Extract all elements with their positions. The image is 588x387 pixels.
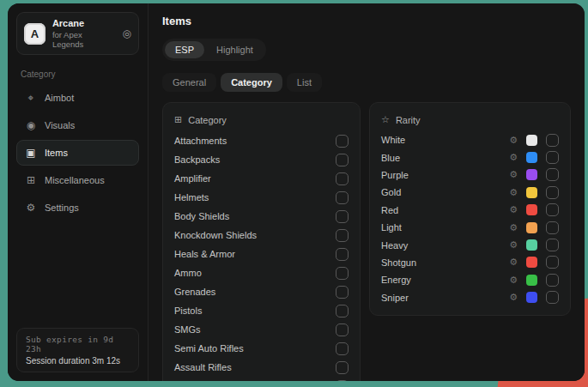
checkbox[interactable]: [336, 286, 349, 299]
checkbox[interactable]: [336, 191, 349, 204]
gear-icon[interactable]: ⚙: [509, 222, 518, 233]
box-icon: ▣: [25, 147, 37, 159]
checkbox[interactable]: [546, 203, 559, 216]
color-swatch[interactable]: [526, 275, 537, 286]
checkbox[interactable]: [546, 134, 559, 147]
color-swatch[interactable]: [526, 222, 537, 233]
tab-category[interactable]: Category: [221, 73, 282, 92]
category-row-label: Body Shields: [174, 211, 229, 221]
color-swatch[interactable]: [526, 169, 537, 180]
gear-icon[interactable]: ⚙: [509, 257, 518, 268]
checkbox[interactable]: [336, 380, 349, 382]
checkbox[interactable]: [546, 256, 559, 269]
checkbox[interactable]: [546, 221, 559, 234]
color-swatch[interactable]: [526, 152, 537, 163]
checkbox[interactable]: [546, 291, 559, 304]
rarity-row: White ⚙: [381, 131, 559, 148]
gear-icon[interactable]: ⚙: [509, 204, 518, 215]
rarity-row: Shotgun ⚙: [381, 254, 559, 271]
gear-icon[interactable]: ⚙: [509, 152, 518, 163]
checkbox[interactable]: [336, 210, 349, 223]
color-swatch[interactable]: [526, 257, 537, 268]
brand-card: A Arcane for Apex Legends ◎: [16, 12, 139, 55]
checkbox[interactable]: [546, 239, 559, 251]
checkbox[interactable]: [336, 135, 349, 148]
checkbox[interactable]: [336, 229, 349, 242]
rarity-row-label: Energy: [381, 275, 509, 285]
rarity-row-label: White: [381, 135, 509, 145]
rarity-list: White ⚙ Blue ⚙ Purple ⚙ Gold ⚙ Red ⚙ Lig…: [381, 131, 559, 306]
color-swatch[interactable]: [526, 187, 537, 198]
category-row-label: Assault Rifles: [174, 362, 232, 372]
sidebar-item-label: Aimbot: [45, 93, 74, 103]
checkbox[interactable]: [546, 274, 559, 287]
rarity-row: Blue ⚙: [381, 148, 559, 166]
tab-list[interactable]: List: [287, 73, 322, 92]
color-swatch[interactable]: [526, 135, 537, 146]
sidebar-item-miscellaneous[interactable]: ⊞ Miscellaneous: [16, 167, 139, 193]
tab-bar: General Category List: [162, 73, 571, 92]
session-duration-text: Session duration 3m 12s: [26, 356, 130, 366]
color-swatch[interactable]: [526, 292, 537, 303]
category-row-label: Attachments: [174, 136, 227, 146]
brand-subtitle: for Apex Legends: [52, 30, 116, 49]
sidebar-item-label: Visuals: [45, 120, 75, 130]
subscription-info-card: Sub expires in 9d 23h Session duration 3…: [16, 328, 139, 372]
color-swatch[interactable]: [526, 204, 537, 215]
category-panel: ⊞ Category Attachments Backpacks Amplifi…: [162, 102, 361, 381]
checkbox[interactable]: [546, 151, 559, 164]
target-icon[interactable]: ◎: [123, 27, 131, 39]
checkbox[interactable]: [336, 305, 349, 317]
checkbox[interactable]: [336, 361, 349, 374]
rarity-row: Light ⚙: [381, 219, 559, 236]
mode-toggle-esp[interactable]: ESP: [165, 41, 204, 58]
sidebar-item-visuals[interactable]: ◉ Visuals: [16, 112, 139, 138]
rarity-row-label: Light: [381, 222, 509, 233]
star-icon: ☆: [381, 114, 390, 125]
gear-icon[interactable]: ⚙: [509, 275, 518, 286]
sidebar-item-items[interactable]: ▣ Items: [16, 140, 139, 166]
rarity-row: Heavy ⚙: [381, 236, 559, 253]
rarity-row: Red ⚙: [381, 202, 559, 219]
mode-toggle-highlight[interactable]: Highlight: [206, 41, 264, 58]
checkbox[interactable]: [336, 172, 349, 185]
checkbox[interactable]: [336, 154, 349, 166]
sidebar-item-label: Settings: [45, 203, 79, 213]
gear-icon[interactable]: ⚙: [509, 135, 518, 146]
sidebar-item-label: Miscellaneous: [45, 175, 105, 185]
category-panel-header: ⊞ Category: [174, 112, 349, 131]
category-list: Attachments Backpacks Amplifier Helmets …: [174, 131, 349, 381]
sub-expires-text: Sub expires in 9d 23h: [26, 335, 130, 354]
checkbox[interactable]: [546, 186, 559, 199]
gear-icon[interactable]: ⚙: [509, 239, 518, 251]
category-row-label: Knockdown Shields: [174, 230, 257, 240]
rarity-row: Gold ⚙: [381, 184, 559, 201]
rarity-panel: ☆ Rarity White ⚙ Blue ⚙ Purple ⚙ Gold ⚙ …: [369, 102, 571, 316]
category-row-label: Ammo: [174, 268, 202, 278]
gear-icon[interactable]: ⚙: [509, 187, 518, 198]
sidebar-item-settings[interactable]: ⚙ Settings: [16, 195, 139, 221]
rarity-row-label: Gold: [381, 187, 509, 197]
rarity-row: Energy ⚙: [381, 271, 559, 288]
category-row: Backpacks: [174, 150, 349, 169]
category-row: Heals & Armor: [174, 245, 349, 263]
rarity-row: Sniper ⚙: [381, 289, 559, 306]
sidebar-item-label: Items: [45, 148, 68, 158]
rarity-row-label: Red: [381, 205, 509, 215]
crosshair-icon: ⌖: [25, 92, 37, 104]
checkbox[interactable]: [336, 248, 349, 261]
gear-icon[interactable]: ⚙: [509, 292, 518, 303]
color-swatch[interactable]: [526, 239, 537, 251]
category-row: Semi Auto Rifles: [174, 339, 349, 358]
checkbox[interactable]: [546, 168, 559, 181]
category-row: Pistols: [174, 301, 349, 320]
category-grid-icon: ⊞: [174, 114, 182, 125]
checkbox[interactable]: [336, 342, 349, 355]
checkbox[interactable]: [336, 324, 349, 336]
tab-general[interactable]: General: [162, 73, 216, 92]
gear-icon[interactable]: ⚙: [509, 169, 518, 180]
sidebar-item-aimbot[interactable]: ⌖ Aimbot: [16, 85, 139, 111]
grid-icon: ⊞: [25, 174, 37, 186]
rarity-row-label: Sniper: [381, 293, 509, 303]
checkbox[interactable]: [336, 267, 349, 280]
